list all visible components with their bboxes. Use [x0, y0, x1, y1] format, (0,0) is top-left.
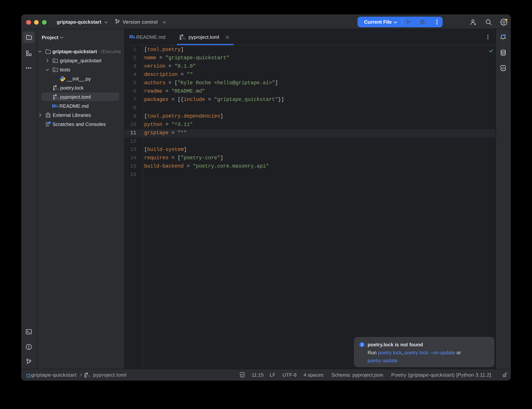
svg-text:[T]: [T] — [181, 37, 185, 40]
svg-text:[T]: [T] — [86, 375, 90, 378]
